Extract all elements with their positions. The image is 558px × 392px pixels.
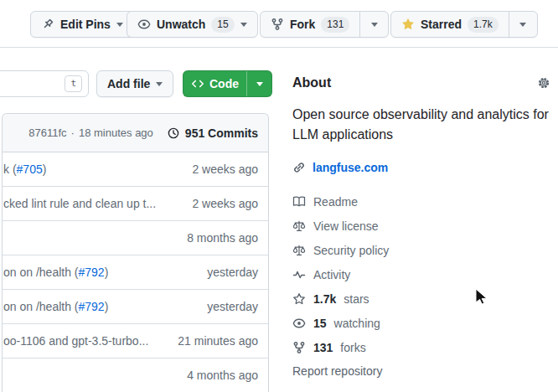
watching-label: watching — [334, 317, 380, 330]
commit-message-link[interactable]: on on /health (#792) — [3, 300, 197, 313]
forks-count: 131 — [313, 341, 333, 354]
star-button-group: Starred 1.7k — [390, 11, 538, 38]
file-row: cked lint rule and clean up t... 2 weeks… — [3, 187, 268, 221]
caret-down-icon — [240, 23, 247, 27]
stars-label: stars — [344, 292, 369, 306]
commit-meta-separator: · — [71, 126, 75, 139]
caret-down-icon — [371, 23, 378, 27]
file-row: 4 months ago — [3, 358, 268, 392]
link-icon — [292, 161, 306, 174]
latest-commit-meta: 87611fc · 18 minutes ago — [28, 126, 153, 139]
commit-date: 2 weeks ago — [192, 197, 258, 210]
stars-count: 1.7k — [313, 292, 336, 306]
fork-button-group: Fork 131 — [260, 11, 389, 38]
code-dropdown-button[interactable] — [246, 71, 271, 96]
commit-date: 8 months ago — [187, 231, 258, 245]
file-row: oo-1106 and gpt-3.5-turbo... 21 minutes … — [3, 324, 268, 358]
commit-date: 21 minutes ago — [178, 334, 258, 348]
commit-date: 4 months ago — [187, 369, 258, 382]
commit-message-text: ) — [105, 300, 109, 313]
code-label: Code — [209, 77, 239, 90]
issue-link[interactable]: #792 — [79, 300, 105, 313]
watching-count: 15 — [313, 317, 327, 330]
commit-time: 18 minutes ago — [79, 126, 153, 139]
add-file-button[interactable]: Add file — [96, 70, 173, 97]
code-button-group: Code — [183, 70, 272, 97]
repo-description: Open source observability and analytics … — [292, 105, 550, 145]
commit-message-text: ) — [105, 266, 109, 279]
star-dropdown-button[interactable] — [509, 12, 537, 37]
commit-message-text: cked lint rule and clean up t... — [3, 197, 156, 210]
activity-link[interactable]: Activity — [292, 262, 550, 286]
commit-history-link[interactable]: 951 Commits — [167, 126, 258, 140]
license-link[interactable]: View license — [292, 214, 550, 238]
license-label: View license — [313, 219, 379, 233]
readme-link[interactable]: Readme — [292, 189, 550, 214]
starred-button[interactable]: Starred 1.7k — [391, 12, 509, 37]
commit-message-text: on on /health ( — [3, 266, 79, 279]
readme-label: Readme — [313, 195, 358, 209]
fork-dropdown-button[interactable] — [359, 12, 388, 37]
edit-pins-button[interactable]: Edit Pins — [30, 11, 134, 38]
activity-label: Activity — [313, 268, 350, 281]
about-title: About — [292, 75, 331, 90]
fork-button[interactable]: Fork 131 — [261, 12, 359, 37]
history-icon — [167, 126, 180, 140]
commit-date: yesterday — [207, 300, 258, 313]
commit-message-link[interactable]: k (#705) — [3, 162, 182, 176]
repo-fork-icon — [292, 341, 306, 354]
commit-hash-link[interactable]: 87611fc — [28, 126, 66, 139]
stars-link[interactable]: 1.7k stars — [292, 286, 550, 311]
watch-count-badge: 15 — [211, 17, 234, 33]
commit-message-text: oo-1106 and gpt-3.5-turbo... — [3, 334, 148, 348]
about-panel: About Open source observability and anal… — [292, 74, 550, 378]
commits-count-label: 951 Commits — [185, 126, 258, 140]
forks-link[interactable]: 131 forks — [292, 335, 550, 359]
law-icon — [292, 219, 306, 233]
repo-action-toolbar: Edit Pins Unwatch 15 Fork 131 — [0, 0, 558, 48]
file-table: 87611fc · 18 minutes ago 951 Commits k (… — [2, 113, 269, 392]
eye-icon — [137, 18, 151, 31]
commit-date: 2 weeks ago — [192, 162, 258, 176]
security-policy-link[interactable]: Security policy — [292, 238, 550, 262]
issue-link[interactable]: #705 — [17, 162, 43, 176]
gear-icon[interactable] — [537, 76, 550, 90]
commit-message-link[interactable]: cked lint rule and clean up t... — [3, 197, 182, 210]
file-row: on on /health (#792) yesterday — [3, 255, 268, 290]
pulse-icon — [292, 268, 306, 281]
issue-link[interactable]: #792 — [79, 266, 105, 279]
file-row: 8 months ago — [3, 221, 268, 255]
caret-down-icon — [256, 82, 263, 86]
commit-message-link[interactable]: oo-1106 and gpt-3.5-turbo... — [3, 334, 168, 348]
edit-pins-label: Edit Pins — [60, 18, 111, 31]
watching-link[interactable]: 15 watching — [292, 311, 550, 335]
star-outline-icon — [292, 292, 306, 306]
caret-down-icon — [156, 82, 163, 86]
fork-count-badge: 131 — [321, 17, 349, 33]
github-repo-page: Edit Pins Unwatch 15 Fork 131 — [0, 0, 558, 392]
report-repository-link[interactable]: Report repository — [292, 364, 550, 378]
commit-date: yesterday — [207, 266, 258, 279]
code-button[interactable]: Code — [183, 71, 246, 96]
commit-message-text: ) — [43, 162, 47, 176]
star-count-badge: 1.7k — [468, 17, 499, 33]
eye-icon — [292, 317, 306, 330]
law-icon — [292, 244, 306, 257]
add-file-label: Add file — [107, 77, 150, 90]
repo-fork-icon — [271, 18, 284, 31]
star-filled-icon — [401, 18, 415, 31]
starred-label: Starred — [421, 18, 462, 31]
go-to-file-input[interactable]: t — [0, 70, 89, 97]
commit-message-text: k ( — [3, 162, 17, 176]
pin-icon — [41, 18, 54, 31]
unwatch-label: Unwatch — [157, 18, 205, 31]
website-link[interactable]: langfuse.com — [313, 161, 388, 174]
code-icon — [191, 77, 204, 90]
security-policy-label: Security policy — [313, 244, 389, 257]
commit-message-link[interactable]: on on /health (#792) — [3, 266, 197, 279]
latest-commit-bar: 87611fc · 18 minutes ago 951 Commits — [3, 114, 268, 152]
website-row: langfuse.com — [292, 159, 550, 176]
commit-message-text: on on /health ( — [3, 300, 79, 313]
forks-label: forks — [340, 341, 365, 354]
unwatch-button[interactable]: Unwatch 15 — [127, 11, 258, 38]
